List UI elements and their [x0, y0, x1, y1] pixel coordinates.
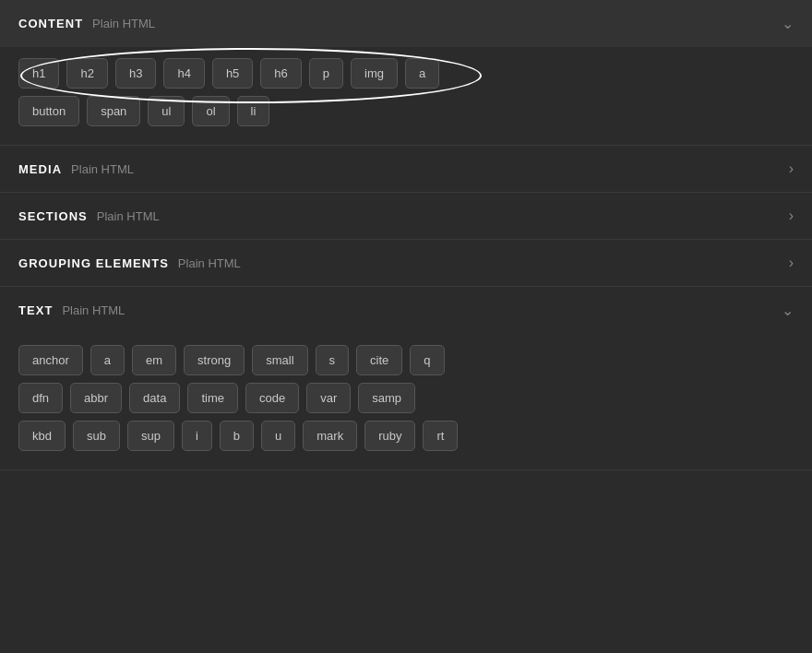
tag-em[interactable]: em — [132, 345, 176, 375]
tag-h1[interactable]: h1 — [18, 58, 59, 89]
tag-h6[interactable]: h6 — [260, 58, 301, 89]
tag-a[interactable]: a — [405, 58, 439, 89]
tag-h5[interactable]: h5 — [212, 58, 253, 89]
section-grouping-title: GROUPING ELEMENTS Plain HTML — [18, 256, 241, 270]
tag-ruby[interactable]: ruby — [364, 421, 415, 451]
tag-b[interactable]: b — [220, 421, 254, 451]
section-content: CONTENT Plain HTML ⌄ h1 h2 h3 h4 h5 h6 p… — [0, 0, 812, 146]
tag-u[interactable]: u — [261, 421, 295, 451]
tag-data[interactable]: data — [129, 383, 180, 413]
tag-sub[interactable]: sub — [73, 421, 120, 451]
section-grouping-bold-label: GROUPING ELEMENTS — [18, 256, 169, 270]
section-content-header[interactable]: CONTENT Plain HTML ⌄ — [0, 0, 812, 47]
section-sections-chevron: › — [789, 208, 794, 224]
text-row-2: dfn abbr data time code var samp — [18, 383, 794, 413]
tag-kbd[interactable]: kbd — [18, 421, 66, 451]
content-row-2: button span ul ol li — [18, 96, 794, 126]
section-text: TEXT Plain HTML ⌄ anchor a em strong sma… — [0, 287, 812, 470]
section-sections-bold-label: SECTIONS — [18, 209, 88, 223]
content-row-1: h1 h2 h3 h4 h5 h6 p img a — [18, 58, 794, 89]
section-media-sub-label: Plain HTML — [71, 162, 134, 176]
section-media: MEDIA Plain HTML › — [0, 146, 812, 193]
tag-ol[interactable]: ol — [192, 96, 229, 126]
tag-strong[interactable]: strong — [184, 345, 245, 375]
section-content-title: CONTENT Plain HTML — [18, 17, 155, 30]
section-text-title: TEXT Plain HTML — [18, 303, 125, 317]
section-text-sub-label: Plain HTML — [62, 303, 125, 317]
tag-span[interactable]: span — [87, 96, 140, 126]
tag-var[interactable]: var — [306, 383, 351, 413]
section-content-sub-label: Plain HTML — [92, 17, 155, 30]
tag-button[interactable]: button — [18, 96, 79, 126]
section-media-bold-label: MEDIA — [18, 162, 62, 176]
tag-abbr[interactable]: abbr — [70, 383, 122, 413]
tag-h4[interactable]: h4 — [163, 58, 204, 89]
tag-i[interactable]: i — [182, 421, 212, 451]
section-media-title: MEDIA Plain HTML — [18, 162, 134, 176]
tag-q[interactable]: q — [410, 345, 444, 375]
section-grouping-header[interactable]: GROUPING ELEMENTS Plain HTML › — [0, 240, 812, 286]
section-media-header[interactable]: MEDIA Plain HTML › — [0, 146, 812, 192]
tag-li[interactable]: li — [237, 96, 270, 126]
tag-cite[interactable]: cite — [356, 345, 402, 375]
tag-code[interactable]: code — [245, 383, 299, 413]
section-text-body: anchor a em strong small s cite q dfn ab… — [0, 334, 812, 469]
tag-p[interactable]: p — [309, 58, 343, 89]
tag-h3[interactable]: h3 — [115, 58, 156, 89]
section-text-chevron: ⌄ — [782, 302, 794, 319]
tag-time[interactable]: time — [187, 383, 238, 413]
tag-s[interactable]: s — [316, 345, 350, 375]
text-row-3: kbd sub sup i b u mark ruby rt — [18, 421, 794, 451]
section-sections-title: SECTIONS Plain HTML — [18, 209, 160, 223]
section-sections: SECTIONS Plain HTML › — [0, 193, 812, 240]
tag-mark[interactable]: mark — [303, 421, 357, 451]
section-grouping-sub-label: Plain HTML — [178, 256, 241, 270]
section-text-bold-label: TEXT — [18, 303, 53, 317]
tag-a-text[interactable]: a — [90, 345, 125, 375]
section-content-bold-label: CONTENT — [18, 17, 83, 30]
section-text-header[interactable]: TEXT Plain HTML ⌄ — [0, 287, 812, 334]
tag-anchor[interactable]: anchor — [18, 345, 83, 375]
text-row-1: anchor a em strong small s cite q — [18, 345, 794, 375]
tag-rt[interactable]: rt — [423, 421, 458, 451]
tag-sup[interactable]: sup — [127, 421, 174, 451]
section-sections-sub-label: Plain HTML — [97, 209, 160, 223]
tag-h2[interactable]: h2 — [66, 58, 107, 89]
main-container: CONTENT Plain HTML ⌄ h1 h2 h3 h4 h5 h6 p… — [0, 0, 812, 470]
section-content-chevron: ⌄ — [782, 15, 794, 32]
tag-img[interactable]: img — [351, 58, 398, 89]
section-grouping: GROUPING ELEMENTS Plain HTML › — [0, 240, 812, 287]
section-content-body: h1 h2 h3 h4 h5 h6 p img a button span ul… — [0, 47, 812, 145]
tag-dfn[interactable]: dfn — [18, 383, 63, 413]
tag-ul[interactable]: ul — [148, 96, 185, 126]
tag-samp[interactable]: samp — [358, 383, 415, 413]
section-grouping-chevron: › — [789, 255, 794, 271]
section-media-chevron: › — [789, 160, 794, 177]
tag-small[interactable]: small — [252, 345, 307, 375]
section-sections-header[interactable]: SECTIONS Plain HTML › — [0, 193, 812, 239]
